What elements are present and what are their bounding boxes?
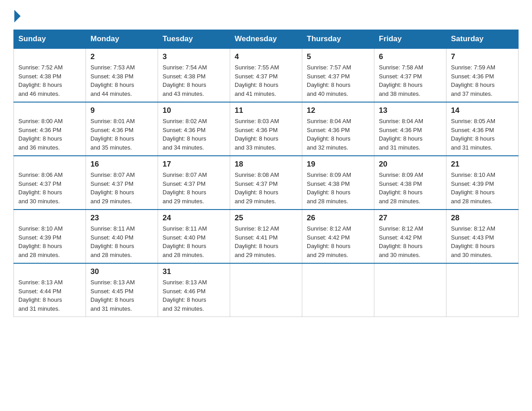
day-number: 30 — [90, 267, 153, 276]
calendar-cell: 4Sunrise: 7:55 AMSunset: 4:37 PMDaylight… — [230, 48, 302, 102]
calendar-cell: 11Sunrise: 8:03 AMSunset: 4:36 PMDayligh… — [230, 102, 302, 156]
calendar-cell — [374, 263, 446, 317]
calendar-cell: 9Sunrise: 8:01 AMSunset: 4:36 PMDaylight… — [86, 102, 158, 156]
day-info: Sunrise: 8:08 AMSunset: 4:37 PMDaylight:… — [235, 171, 297, 206]
day-number: 23 — [90, 214, 153, 223]
day-number: 25 — [235, 214, 297, 223]
logo-arrow-icon — [14, 10, 21, 22]
calendar-cell: 28Sunrise: 8:12 AMSunset: 4:43 PMDayligh… — [446, 210, 519, 263]
day-number: 27 — [379, 214, 442, 223]
day-info: Sunrise: 7:59 AMSunset: 4:36 PMDaylight:… — [451, 63, 514, 98]
day-number: 10 — [163, 106, 225, 115]
day-number: 16 — [90, 160, 153, 169]
weekday-header-sunday: Sunday — [14, 30, 86, 49]
day-number: 13 — [379, 106, 442, 115]
day-number: 28 — [451, 214, 514, 223]
day-number: 2 — [90, 52, 153, 61]
page-header — [13, 9, 519, 21]
day-info: Sunrise: 7:52 AMSunset: 4:38 PMDaylight:… — [18, 63, 81, 98]
week-row-5: 29Sunrise: 8:13 AMSunset: 4:44 PMDayligh… — [14, 263, 519, 317]
calendar-cell: 5Sunrise: 7:57 AMSunset: 4:37 PMDaylight… — [302, 48, 374, 102]
calendar-cell: 16Sunrise: 8:07 AMSunset: 4:37 PMDayligh… — [86, 156, 158, 210]
calendar-cell: 7Sunrise: 7:59 AMSunset: 4:36 PMDaylight… — [446, 48, 519, 102]
week-row-2: 8Sunrise: 8:00 AMSunset: 4:36 PMDaylight… — [14, 102, 519, 156]
day-number: 3 — [163, 52, 225, 61]
day-info: Sunrise: 8:12 AMSunset: 4:42 PMDaylight:… — [379, 224, 442, 259]
calendar-table: SundayMondayTuesdayWednesdayThursdayFrid… — [13, 30, 519, 317]
day-number: 29 — [18, 267, 81, 276]
calendar-cell: 17Sunrise: 8:07 AMSunset: 4:37 PMDayligh… — [158, 156, 230, 210]
day-number: 21 — [451, 160, 514, 169]
week-row-3: 15Sunrise: 8:06 AMSunset: 4:37 PMDayligh… — [14, 156, 519, 210]
calendar-cell — [230, 263, 302, 317]
calendar-cell: 2Sunrise: 7:53 AMSunset: 4:38 PMDaylight… — [86, 48, 158, 102]
day-info: Sunrise: 8:07 AMSunset: 4:37 PMDaylight:… — [163, 171, 225, 206]
calendar-cell: 24Sunrise: 8:11 AMSunset: 4:40 PMDayligh… — [158, 210, 230, 263]
calendar-cell: 20Sunrise: 8:09 AMSunset: 4:38 PMDayligh… — [374, 156, 446, 210]
calendar-cell: 25Sunrise: 8:12 AMSunset: 4:41 PMDayligh… — [230, 210, 302, 263]
calendar-cell: 8Sunrise: 8:00 AMSunset: 4:36 PMDaylight… — [14, 102, 86, 156]
week-row-4: 22Sunrise: 8:10 AMSunset: 4:39 PMDayligh… — [14, 210, 519, 263]
calendar-cell: 21Sunrise: 8:10 AMSunset: 4:39 PMDayligh… — [446, 156, 519, 210]
day-number: 24 — [163, 214, 225, 223]
weekday-header-thursday: Thursday — [302, 30, 374, 49]
day-info: Sunrise: 8:12 AMSunset: 4:43 PMDaylight:… — [451, 224, 514, 259]
calendar-cell: 10Sunrise: 8:02 AMSunset: 4:36 PMDayligh… — [158, 102, 230, 156]
day-info: Sunrise: 7:54 AMSunset: 4:38 PMDaylight:… — [163, 63, 225, 98]
day-number: 20 — [379, 160, 442, 169]
day-info: Sunrise: 8:04 AMSunset: 4:36 PMDaylight:… — [307, 117, 369, 152]
day-info: Sunrise: 8:09 AMSunset: 4:38 PMDaylight:… — [379, 171, 442, 206]
day-number: 26 — [307, 214, 369, 223]
calendar-cell: 13Sunrise: 8:04 AMSunset: 4:36 PMDayligh… — [374, 102, 446, 156]
day-number: 6 — [379, 52, 442, 61]
calendar-cell: 30Sunrise: 8:13 AMSunset: 4:45 PMDayligh… — [86, 263, 158, 317]
calendar-cell: 15Sunrise: 8:06 AMSunset: 4:37 PMDayligh… — [14, 156, 86, 210]
calendar-cell: 27Sunrise: 8:12 AMSunset: 4:42 PMDayligh… — [374, 210, 446, 263]
logo — [13, 9, 21, 21]
calendar-cell: 18Sunrise: 8:08 AMSunset: 4:37 PMDayligh… — [230, 156, 302, 210]
day-number: 17 — [163, 160, 225, 169]
day-number: 14 — [451, 106, 514, 115]
day-info: Sunrise: 7:58 AMSunset: 4:37 PMDaylight:… — [379, 63, 442, 98]
day-info: Sunrise: 8:11 AMSunset: 4:40 PMDaylight:… — [90, 224, 153, 259]
calendar-cell: 31Sunrise: 8:13 AMSunset: 4:46 PMDayligh… — [158, 263, 230, 317]
day-info: Sunrise: 8:11 AMSunset: 4:40 PMDaylight:… — [163, 224, 225, 259]
calendar-cell: 1Sunrise: 7:52 AMSunset: 4:38 PMDaylight… — [14, 48, 86, 102]
weekday-header-wednesday: Wednesday — [230, 30, 302, 49]
day-info: Sunrise: 8:04 AMSunset: 4:36 PMDaylight:… — [379, 117, 442, 152]
weekday-header-friday: Friday — [374, 30, 446, 49]
day-number: 9 — [90, 106, 153, 115]
calendar-cell: 14Sunrise: 8:05 AMSunset: 4:36 PMDayligh… — [446, 102, 519, 156]
day-number: 11 — [235, 106, 297, 115]
day-info: Sunrise: 8:00 AMSunset: 4:36 PMDaylight:… — [18, 117, 81, 152]
calendar-cell — [302, 263, 374, 317]
day-info: Sunrise: 8:06 AMSunset: 4:37 PMDaylight:… — [18, 171, 81, 206]
day-info: Sunrise: 8:13 AMSunset: 4:44 PMDaylight:… — [18, 278, 81, 313]
calendar-cell: 29Sunrise: 8:13 AMSunset: 4:44 PMDayligh… — [14, 263, 86, 317]
day-info: Sunrise: 7:53 AMSunset: 4:38 PMDaylight:… — [90, 63, 153, 98]
calendar-cell: 23Sunrise: 8:11 AMSunset: 4:40 PMDayligh… — [86, 210, 158, 263]
day-number: 15 — [18, 160, 81, 169]
day-info: Sunrise: 8:07 AMSunset: 4:37 PMDaylight:… — [90, 171, 153, 206]
day-info: Sunrise: 8:12 AMSunset: 4:41 PMDaylight:… — [235, 224, 297, 259]
day-info: Sunrise: 8:03 AMSunset: 4:36 PMDaylight:… — [235, 117, 297, 152]
day-number: 4 — [235, 52, 297, 61]
day-info: Sunrise: 8:12 AMSunset: 4:42 PMDaylight:… — [307, 224, 369, 259]
day-number: 18 — [235, 160, 297, 169]
calendar-cell: 12Sunrise: 8:04 AMSunset: 4:36 PMDayligh… — [302, 102, 374, 156]
day-number: 12 — [307, 106, 369, 115]
day-number: 8 — [18, 106, 81, 115]
day-info: Sunrise: 8:05 AMSunset: 4:36 PMDaylight:… — [451, 117, 514, 152]
day-info: Sunrise: 8:10 AMSunset: 4:39 PMDaylight:… — [18, 224, 81, 259]
calendar-cell: 3Sunrise: 7:54 AMSunset: 4:38 PMDaylight… — [158, 48, 230, 102]
day-number: 31 — [163, 267, 225, 276]
weekday-header-monday: Monday — [86, 30, 158, 49]
calendar-cell: 6Sunrise: 7:58 AMSunset: 4:37 PMDaylight… — [374, 48, 446, 102]
day-number: 19 — [307, 160, 369, 169]
day-info: Sunrise: 7:57 AMSunset: 4:37 PMDaylight:… — [307, 63, 369, 98]
day-info: Sunrise: 8:13 AMSunset: 4:45 PMDaylight:… — [90, 278, 153, 313]
weekday-header-tuesday: Tuesday — [158, 30, 230, 49]
day-info: Sunrise: 8:09 AMSunset: 4:38 PMDaylight:… — [307, 171, 369, 206]
day-number: 22 — [18, 214, 81, 223]
day-info: Sunrise: 8:13 AMSunset: 4:46 PMDaylight:… — [163, 278, 225, 313]
